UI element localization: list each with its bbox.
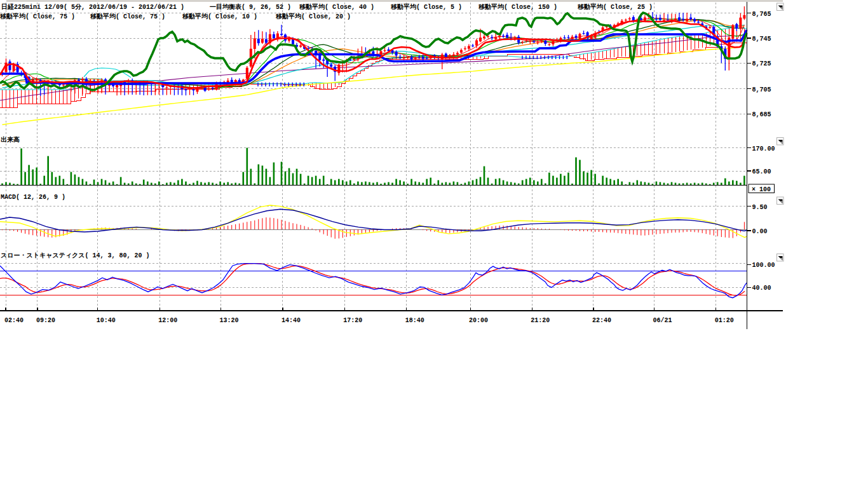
svg-text:移動平均( Close, 20 ): 移動平均( Close, 20 ) xyxy=(275,13,351,20)
svg-text:20:00: 20:00 xyxy=(469,317,488,324)
svg-text:0.00: 0.00 xyxy=(752,228,768,235)
svg-text:14:40: 14:40 xyxy=(281,317,301,324)
svg-text:8,685: 8,685 xyxy=(752,111,771,118)
svg-text:02:40: 02:40 xyxy=(4,317,24,324)
svg-text:09:20: 09:20 xyxy=(36,317,55,324)
svg-text:22:40: 22:40 xyxy=(592,317,611,324)
svg-text:移動平均( Close, 150 ): 移動平均( Close, 150 ) xyxy=(478,3,557,11)
svg-text:18:40: 18:40 xyxy=(405,317,424,324)
svg-text:出来高: 出来高 xyxy=(1,136,20,144)
svg-text:40.00: 40.00 xyxy=(752,285,771,292)
svg-text:日経225mini 12/09( 5分, 2012/06/1: 日経225mini 12/09( 5分, 2012/06/19 - 2012/0… xyxy=(1,3,184,11)
svg-text:8,745: 8,745 xyxy=(752,36,771,43)
svg-text:100.00: 100.00 xyxy=(752,262,775,269)
svg-text:01:20: 01:20 xyxy=(715,317,734,324)
svg-text:65.00: 65.00 xyxy=(752,168,771,175)
svg-text:一目均衡表( 9, 26, 52 ): 一目均衡表( 9, 26, 52 ) xyxy=(210,3,291,11)
svg-text:12:00: 12:00 xyxy=(158,317,177,324)
svg-text:移動平均( Close, 75 ): 移動平均( Close, 75 ) xyxy=(90,13,165,20)
svg-text:17:20: 17:20 xyxy=(343,317,362,324)
svg-text:スロー・ストキャスティクス( 14, 3, 80, 20 ): スロー・ストキャスティクス( 14, 3, 80, 20 ) xyxy=(1,252,150,259)
svg-text:移動平均( Close, 75 ): 移動平均( Close, 75 ) xyxy=(0,13,75,20)
svg-text:8,725: 8,725 xyxy=(752,60,771,67)
svg-text:× 100: × 100 xyxy=(752,186,771,193)
svg-text:06/21: 06/21 xyxy=(653,317,672,324)
svg-text:8,765: 8,765 xyxy=(752,11,771,18)
svg-text:移動平均( Close, 5 ): 移動平均( Close, 5 ) xyxy=(390,3,462,11)
svg-text:10:40: 10:40 xyxy=(97,317,116,324)
svg-text:9.50: 9.50 xyxy=(752,204,768,211)
svg-text:移動平均( Close, 25 ): 移動平均( Close, 25 ) xyxy=(577,3,653,11)
svg-text:移動平均( Close, 40 ): 移動平均( Close, 40 ) xyxy=(299,3,374,11)
svg-text:移動平均( Close, 10 ): 移動平均( Close, 10 ) xyxy=(182,13,257,20)
svg-text:13:20: 13:20 xyxy=(220,317,239,324)
svg-text:8,705: 8,705 xyxy=(752,86,771,93)
svg-text:MACD( 12, 26, 9 ): MACD( 12, 26, 9 ) xyxy=(1,194,65,201)
svg-text:21:20: 21:20 xyxy=(531,317,550,324)
svg-text:170.00: 170.00 xyxy=(752,146,775,152)
